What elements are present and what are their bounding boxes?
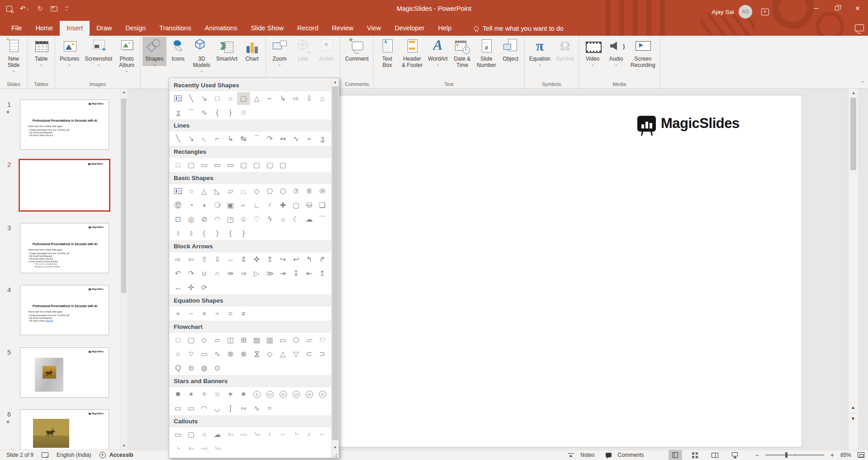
shape-fc-connector[interactable]: ○ xyxy=(171,348,185,360)
shape-rounded-rectangle[interactable]: ▢ xyxy=(237,92,250,105)
ribbon-button-smartart[interactable]: SmartArt xyxy=(213,37,240,62)
shape-nstar-16[interactable]: 16 xyxy=(289,388,303,401)
shape-heart[interactable]: ♡ xyxy=(250,213,263,226)
shape-elbow-arrow-connector[interactable]: ↳ xyxy=(224,133,237,145)
shape-snip-corner-rect[interactable]: ⌂ xyxy=(316,92,329,105)
shape-snip-round-single-corner[interactable]: ▢ xyxy=(237,159,250,171)
zoom-slider-thumb[interactable] xyxy=(785,452,787,458)
shape-block-arc[interactable]: ◠ xyxy=(211,213,224,226)
shape-parallelogram[interactable]: ▱ xyxy=(224,185,237,198)
shape-eq-not-equal[interactable]: ≠ xyxy=(237,308,250,320)
shape-line[interactable]: ╲ xyxy=(171,133,185,145)
comments-toggle[interactable]: Comments xyxy=(618,452,644,458)
shape-arrow-curved-up[interactable]: ∪ xyxy=(198,267,211,280)
shape-rectangle[interactable]: □ xyxy=(211,92,224,105)
shape-arrow-quad[interactable]: ✜ xyxy=(250,253,263,266)
slide-thumbnail-3[interactable]: MagicSlidesProfessional Presentations in… xyxy=(20,223,109,273)
slideshow-view-button[interactable] xyxy=(728,450,742,460)
shape-wave[interactable]: ∿ xyxy=(250,402,263,415)
panel-scrollbar[interactable]: ▲ ▼ xyxy=(120,89,127,450)
shape-callout-line-1-noborder[interactable]: /▫ xyxy=(263,428,276,441)
shape-arrow-left-up[interactable]: ↰ xyxy=(303,253,316,266)
shape-arrow-curved-right[interactable]: ↷ xyxy=(185,267,198,280)
shape-callout-line-2-border-accent[interactable]: ⌐▭ xyxy=(198,442,211,455)
shape-callout-line-2-accent[interactable]: ⌐▫ xyxy=(316,428,329,441)
language-indicator[interactable]: English (India) xyxy=(57,452,91,458)
shape-arrow-u-turn[interactable]: ↩ xyxy=(289,253,303,266)
slide-indicator[interactable]: Slide 2 of 9 xyxy=(6,452,33,458)
shape-callout-oval[interactable]: ○ xyxy=(198,428,211,441)
shape-elbow-arrow-connector[interactable]: ↳ xyxy=(276,92,289,105)
dropdown-scroll-down-icon[interactable]: ▼ xyxy=(332,444,339,451)
ribbon-button-header-footer[interactable]: Header & Footer xyxy=(399,37,425,68)
shape-star-5[interactable]: ☆ xyxy=(237,106,250,119)
tab-developer[interactable]: Developer xyxy=(388,21,431,36)
shape-fc-or[interactable]: ⊕ xyxy=(237,348,250,360)
slide-sorter-view-button[interactable] xyxy=(688,450,702,460)
start-slideshow-icon[interactable] xyxy=(51,6,57,11)
shape-fc-data[interactable]: ▱ xyxy=(211,334,224,346)
shape-eq-plus[interactable]: + xyxy=(171,308,185,320)
ribbon-button-equation[interactable]: Equation⌄ xyxy=(526,37,553,66)
shape-line-arrow[interactable]: ↘ xyxy=(185,133,198,145)
shape-fc-manual-operation[interactable]: ⏢ xyxy=(316,334,329,346)
slide-thumbnail-1[interactable]: MagicSlidesProfessional Presentations in… xyxy=(20,100,109,150)
panel-scroll-thumb[interactable] xyxy=(121,99,126,293)
shape-ribbon-tilted-down[interactable]: ▭ xyxy=(185,402,198,415)
slide-thumbnail-4[interactable]: MagicSlidesProfessional Presentations in… xyxy=(20,285,109,335)
user-name[interactable]: Ajay Sai xyxy=(711,9,734,15)
shape-arrow-notched-right[interactable]: ⇒ xyxy=(237,267,250,280)
ribbon-button-video[interactable]: Video⌄ xyxy=(581,37,604,66)
avatar[interactable]: AS xyxy=(739,5,752,19)
zoom-in-icon[interactable]: + xyxy=(830,451,834,459)
ribbon-button-zoom[interactable]: Zoom⌄ xyxy=(268,37,291,66)
ribbon-button-comment[interactable]: +Comment xyxy=(342,37,371,62)
shape-text-box[interactable] xyxy=(171,185,185,198)
ribbon-button-shapes[interactable]: Shapes⌄ xyxy=(142,37,166,66)
notes-toggle[interactable]: Notes xyxy=(580,452,594,458)
shape-donut[interactable]: ◎ xyxy=(185,213,198,226)
shape-curved-connector[interactable]: ⌒ xyxy=(250,133,263,145)
shape-left-brace[interactable]: { xyxy=(224,227,237,240)
spell-check-icon[interactable] xyxy=(42,452,48,458)
ribbon-button-link[interactable]: Link xyxy=(291,37,315,62)
previous-slide-button[interactable]: ▲ xyxy=(848,403,858,412)
shape-nstar-32[interactable]: 32 xyxy=(316,388,329,401)
shape-curve[interactable]: ∿ xyxy=(289,133,303,145)
shape-snip-single-corner[interactable]: ▭ xyxy=(198,159,211,171)
panel-scroll-up-icon[interactable]: ▲ xyxy=(120,89,128,96)
shape-chord[interactable]: ◖ xyxy=(198,199,211,212)
shape-nstar-8[interactable]: 8 xyxy=(250,388,263,401)
slide-thumbnail-2[interactable]: MagicSlides xyxy=(19,159,110,212)
shape-oval[interactable]: ○ xyxy=(185,185,198,198)
shape-snip-diagonal-corner[interactable]: ▭ xyxy=(224,159,237,171)
shape-nstar-10[interactable]: 10 xyxy=(263,388,276,401)
shape-fc-internal-storage[interactable]: ⊞ xyxy=(237,334,250,346)
tab-help[interactable]: Help xyxy=(432,21,459,36)
tab-home[interactable]: Home xyxy=(28,21,60,36)
ribbon-button-table[interactable]: Table⌄ xyxy=(29,37,53,66)
shape-callout-cloud[interactable]: ☁ xyxy=(211,428,224,441)
shape-arrow-up-callout[interactable]: ↥ xyxy=(316,267,329,280)
shape-line[interactable]: ╲ xyxy=(185,92,198,105)
normal-view-button[interactable] xyxy=(669,450,682,460)
shape-double-brace[interactable]: {} xyxy=(185,227,198,240)
shape-diagonal-stripe[interactable]: ⁄⁄ xyxy=(263,199,276,212)
shape-arc[interactable]: ⌒ xyxy=(185,106,198,119)
shape-fc-display[interactable]: ⊙ xyxy=(211,362,224,375)
zoom-out-icon[interactable]: − xyxy=(755,451,759,459)
shape-fc-predefined-process[interactable]: ◫ xyxy=(224,334,237,346)
ribbon-display-options-icon[interactable] xyxy=(757,4,773,20)
restore-button[interactable] xyxy=(826,0,847,16)
shape-heptagon[interactable]: ⑦ xyxy=(289,185,303,198)
shape-diamond[interactable]: ◇ xyxy=(250,185,263,198)
canvas-scroll-thumb[interactable] xyxy=(850,98,856,170)
shape-half-frame[interactable]: ⌐ xyxy=(237,199,250,212)
shape-fc-merge[interactable]: ▽ xyxy=(289,348,303,360)
notes-icon[interactable] xyxy=(568,453,574,457)
shape-arrow-right-callout[interactable]: ⇥ xyxy=(276,267,289,280)
tab-insert[interactable]: Insert xyxy=(60,21,90,36)
shape-callout-line-3-border-accent[interactable]: └▭ xyxy=(211,442,224,455)
tell-me-box[interactable]: Tell me what you want to do xyxy=(474,21,564,36)
shape-fc-sort[interactable]: ◇ xyxy=(263,348,276,360)
